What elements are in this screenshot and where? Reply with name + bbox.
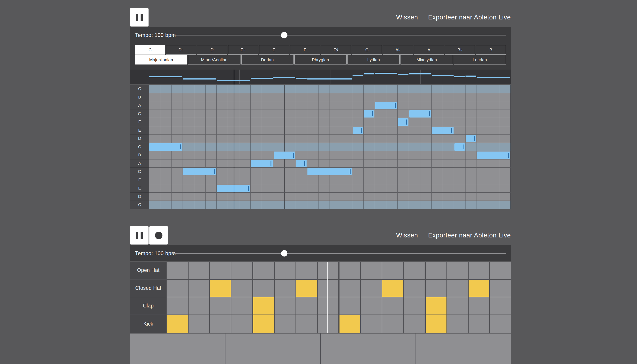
melody-grid-cell[interactable]	[454, 184, 465, 192]
key-button-e[interactable]: E	[259, 45, 289, 54]
melody-grid-cell[interactable]	[454, 93, 465, 102]
melody-grid-cell[interactable]	[172, 192, 183, 201]
melody-grid-cell[interactable]	[488, 168, 499, 176]
melody-grid-cell[interactable]	[364, 160, 375, 168]
melody-grid-cell[interactable]	[172, 134, 183, 143]
melody-grid-cell[interactable]	[251, 134, 262, 143]
melody-grid-cell[interactable]	[352, 143, 364, 151]
melody-grid-cell[interactable]	[194, 201, 206, 209]
melody-grid-cell[interactable]	[465, 151, 477, 160]
drum-step-cell[interactable]	[361, 297, 382, 314]
melody-grid-cell[interactable]	[172, 85, 183, 93]
song-block[interactable]	[225, 333, 321, 364]
melody-grid-cell[interactable]	[420, 151, 432, 160]
melody-grid-cell[interactable]	[206, 168, 217, 176]
melody-grid-cell[interactable]	[499, 85, 511, 93]
melody-grid-cell[interactable]	[239, 126, 251, 135]
melody-grid-cell[interactable]	[420, 143, 432, 151]
melody-grid-cell[interactable]	[364, 118, 375, 126]
melody-grid-cell[interactable]	[364, 134, 375, 143]
melody-grid-cell[interactable]	[194, 160, 206, 168]
drum-step-cell[interactable]	[231, 280, 253, 297]
drum-step-cell[interactable]	[318, 262, 339, 279]
melody-grid-cell[interactable]	[330, 102, 341, 110]
melody-grid-cell[interactable]	[273, 85, 285, 93]
tempo-slider-track[interactable]	[172, 35, 506, 36]
melody-grid-cell[interactable]	[149, 192, 160, 201]
drum-step-cell[interactable]	[318, 280, 339, 297]
melody-grid-cell[interactable]	[273, 126, 285, 135]
melody-grid-cell[interactable]	[352, 134, 364, 143]
melody-grid-cell[interactable]	[443, 151, 454, 160]
melody-grid-cell[interactable]	[217, 160, 228, 168]
export-ableton-link[interactable]: Exporteer naar Ableton Live	[428, 14, 511, 21]
melody-grid-cell[interactable]	[160, 85, 172, 93]
melody-grid-cell[interactable]	[160, 201, 172, 209]
melody-grid-cell[interactable]	[375, 118, 386, 126]
melody-grid-cell[interactable]	[319, 134, 330, 143]
drum-step-cell[interactable]	[361, 262, 382, 279]
melody-grid-cell[interactable]	[307, 118, 319, 126]
key-button-f[interactable]: F♯	[321, 45, 351, 54]
melody-grid-cell[interactable]	[149, 93, 160, 102]
melody-grid-cell[interactable]	[398, 184, 409, 192]
melody-grid-cell[interactable]	[160, 118, 172, 126]
melody-grid-cell[interactable]	[386, 85, 398, 93]
melody-grid-cell[interactable]	[420, 118, 432, 126]
tempo-slider-thumb[interactable]	[281, 250, 288, 257]
melody-grid-cell[interactable]	[251, 168, 262, 176]
drum-step-cell[interactable]	[404, 280, 426, 297]
drum-step-cell[interactable]	[253, 297, 275, 314]
drum-step-cell[interactable]	[318, 297, 339, 314]
melody-grid-cell[interactable]	[352, 126, 364, 135]
melody-grid-cell[interactable]	[364, 184, 375, 192]
melody-grid-cell[interactable]	[477, 93, 488, 102]
melody-grid-cell[interactable]	[409, 134, 420, 143]
melody-grid-cell[interactable]	[296, 102, 307, 110]
melody-grid-cell[interactable]	[239, 151, 251, 160]
melody-grid-cell[interactable]	[251, 176, 262, 184]
melody-grid-cell[interactable]	[296, 85, 307, 93]
melody-grid-cell[interactable]	[183, 126, 194, 135]
melody-grid-cell[interactable]	[239, 192, 251, 201]
melody-grid-cell[interactable]	[217, 192, 228, 201]
melody-grid-cell[interactable]	[386, 118, 398, 126]
melody-grid-cell[interactable]	[262, 151, 273, 160]
melody-grid-cell[interactable]	[477, 126, 488, 135]
melody-grid-cell[interactable]	[432, 160, 443, 168]
melody-grid-cell[interactable]	[194, 143, 206, 151]
melody-grid-cell[interactable]	[160, 110, 172, 118]
melody-grid-cell[interactable]	[160, 151, 172, 160]
melody-grid-cell[interactable]	[330, 201, 341, 209]
melody-grid-cell[interactable]	[172, 184, 183, 192]
melody-grid-cell[interactable]	[341, 134, 352, 143]
melody-grid-cell[interactable]	[307, 168, 319, 176]
melody-grid-cell[interactable]	[319, 126, 330, 135]
drum-step-cell[interactable]	[167, 297, 189, 314]
melody-grid-cell[interactable]	[183, 143, 194, 151]
melody-grid-cell[interactable]	[194, 134, 206, 143]
melody-grid-cell[interactable]	[409, 110, 420, 118]
drum-step-cell[interactable]	[447, 262, 469, 279]
melody-grid-cell[interactable]	[409, 126, 420, 135]
melody-grid-cell[interactable]	[330, 118, 341, 126]
melody-grid-cell[interactable]	[285, 134, 296, 143]
melody-grid-cell[interactable]	[432, 110, 443, 118]
melody-grid-cell[interactable]	[499, 110, 511, 118]
melody-grid-cell[interactable]	[183, 151, 194, 160]
melody-grid-cell[interactable]	[364, 201, 375, 209]
melody-overview-strip[interactable]	[130, 70, 511, 84]
melody-grid-cell[interactable]	[465, 160, 477, 168]
melody-grid-cell[interactable]	[307, 160, 319, 168]
melody-grid-cell[interactable]	[262, 110, 273, 118]
melody-grid-cell[interactable]	[341, 192, 352, 201]
key-button-g[interactable]: G	[352, 45, 382, 54]
melody-grid-cell[interactable]	[352, 201, 364, 209]
melody-grid-cell[interactable]	[477, 160, 488, 168]
melody-grid-cell[interactable]	[172, 110, 183, 118]
melody-grid-cell[interactable]	[432, 85, 443, 93]
melody-grid-cell[interactable]	[239, 93, 251, 102]
melody-grid-cell[interactable]	[194, 192, 206, 201]
melody-grid-cell[interactable]	[341, 118, 352, 126]
melody-grid-cell[interactable]	[465, 176, 477, 184]
